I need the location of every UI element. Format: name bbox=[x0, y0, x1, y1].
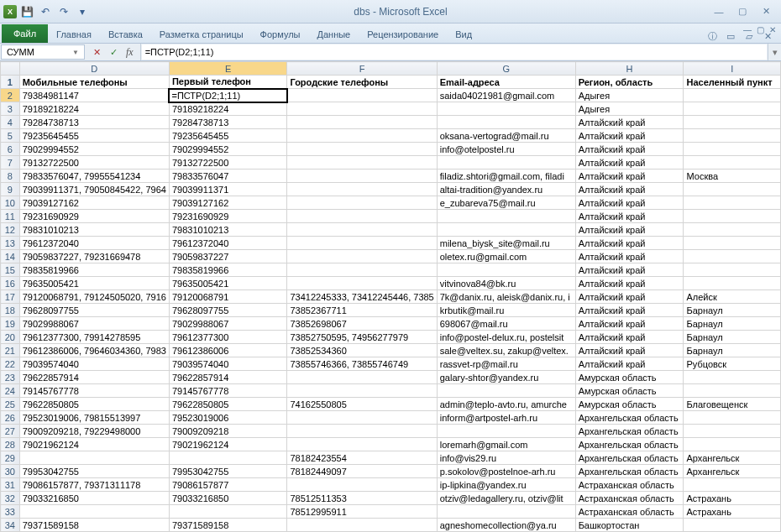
column-header[interactable]: I bbox=[684, 62, 781, 76]
cell[interactable]: Email-адреса bbox=[437, 76, 575, 89]
cell[interactable] bbox=[437, 425, 575, 438]
cell[interactable]: 79231690929 bbox=[169, 210, 287, 223]
cell[interactable]: 79523019006 bbox=[169, 411, 287, 425]
cell[interactable]: 79039127162 bbox=[19, 196, 169, 210]
row-header[interactable]: 30 bbox=[1, 465, 20, 478]
row-header[interactable]: 20 bbox=[1, 331, 20, 344]
cell[interactable]: loremarh@gmail.com bbox=[437, 438, 575, 451]
row-header[interactable]: 16 bbox=[1, 277, 20, 290]
cell[interactable]: Барнаул bbox=[684, 304, 781, 317]
cell[interactable]: Барнаул bbox=[684, 317, 781, 331]
cell[interactable]: Алтайский край bbox=[575, 223, 684, 237]
cell[interactable]: 7k@danix.ru, aleisk@danix.ru, i bbox=[437, 290, 575, 304]
cell[interactable]: milena_biysk_site@mail.ru bbox=[437, 237, 575, 250]
cell[interactable]: saida04021981@gmail.com bbox=[437, 89, 575, 102]
cell[interactable] bbox=[437, 116, 575, 129]
row-header[interactable]: 5 bbox=[1, 129, 20, 143]
cell[interactable] bbox=[287, 478, 437, 492]
cell[interactable] bbox=[437, 102, 575, 116]
accept-edit-icon[interactable]: ✓ bbox=[106, 47, 121, 58]
cell[interactable]: 79284738713 bbox=[169, 116, 287, 129]
cell[interactable]: info@postel-delux.ru, postelsit bbox=[437, 331, 575, 344]
cell[interactable] bbox=[684, 250, 781, 263]
cell[interactable]: Адыгея bbox=[575, 102, 684, 116]
cell[interactable]: 79635005421 bbox=[19, 277, 169, 290]
cell[interactable] bbox=[684, 237, 781, 250]
column-header[interactable]: E bbox=[169, 62, 287, 76]
workbook-minimize-icon[interactable]: — bbox=[743, 25, 752, 34]
cell[interactable] bbox=[684, 210, 781, 223]
cell[interactable]: 79831010213 bbox=[169, 223, 287, 237]
cell[interactable]: 79284738713 bbox=[19, 116, 169, 129]
cell[interactable] bbox=[684, 277, 781, 290]
cell[interactable] bbox=[287, 196, 437, 210]
cell[interactable]: 79622850805 bbox=[19, 398, 169, 411]
row-header[interactable]: 18 bbox=[1, 304, 20, 317]
cell[interactable] bbox=[19, 451, 169, 465]
cell[interactable]: Башкортостан bbox=[575, 519, 684, 532]
column-header[interactable]: H bbox=[575, 62, 684, 76]
cell[interactable]: 79021962124 bbox=[169, 438, 287, 451]
name-box[interactable]: СУММ ▼ bbox=[1, 44, 85, 60]
row-header[interactable]: 3 bbox=[1, 102, 20, 116]
cell[interactable]: =ПСТР(D2;1;11) bbox=[169, 89, 287, 102]
cell[interactable] bbox=[287, 371, 437, 384]
cell[interactable] bbox=[287, 223, 437, 237]
cell[interactable]: Алтайский край bbox=[575, 344, 684, 357]
cell[interactable]: 79132722500 bbox=[169, 156, 287, 170]
cell[interactable]: info@vis29.ru bbox=[437, 451, 575, 465]
qat-dropdown-icon[interactable]: ▾ bbox=[74, 3, 91, 20]
cell[interactable]: 79120068791 bbox=[169, 290, 287, 304]
cell[interactable]: 79033216850 bbox=[169, 492, 287, 505]
cell[interactable] bbox=[684, 196, 781, 210]
cell[interactable]: 79029994552 bbox=[169, 143, 287, 156]
cell[interactable]: Астраханская область bbox=[575, 478, 684, 492]
cell[interactable]: galary-shtor@yandex.ru bbox=[437, 371, 575, 384]
cell[interactable]: Алтайский край bbox=[575, 170, 684, 183]
cell[interactable]: 79235645455 bbox=[169, 129, 287, 143]
cell[interactable]: Амурская область bbox=[575, 398, 684, 411]
cell[interactable] bbox=[437, 156, 575, 170]
cell[interactable]: 79953042755 bbox=[19, 465, 169, 478]
cell[interactable]: krbutik@mail.ru bbox=[437, 304, 575, 317]
cell[interactable] bbox=[287, 156, 437, 170]
formula-bar-expand-icon[interactable]: ▾ bbox=[768, 44, 781, 60]
cell[interactable]: 79953042755 bbox=[169, 465, 287, 478]
cell[interactable]: 79145767778 bbox=[19, 384, 169, 398]
cell[interactable]: Архангельская область bbox=[575, 465, 684, 478]
cell[interactable]: Адыгея bbox=[575, 89, 684, 102]
cell[interactable]: rassvet-rp@mail.ru bbox=[437, 357, 575, 371]
cell[interactable]: 78182423554 bbox=[287, 451, 437, 465]
cell[interactable] bbox=[287, 519, 437, 532]
cell[interactable] bbox=[684, 89, 781, 102]
row-header[interactable]: 15 bbox=[1, 263, 20, 277]
cell[interactable]: 79189218224 bbox=[169, 102, 287, 116]
cell[interactable] bbox=[287, 183, 437, 196]
cell[interactable]: vitvinova84@bk.ru bbox=[437, 277, 575, 290]
ribbon-tab[interactable]: Разметка страницы bbox=[151, 26, 252, 43]
cell[interactable]: 79033216850 bbox=[19, 492, 169, 505]
cell[interactable]: Алтайский край bbox=[575, 116, 684, 129]
column-header[interactable]: D bbox=[19, 62, 169, 76]
cell[interactable] bbox=[169, 505, 287, 519]
cell[interactable]: Архангельская область bbox=[575, 411, 684, 425]
cell[interactable]: 79145767778 bbox=[169, 384, 287, 398]
spreadsheet-grid[interactable]: DEFGHI1Мобильные телефоныПервый телефонГ… bbox=[0, 61, 781, 532]
cell[interactable]: 79831010213 bbox=[19, 223, 169, 237]
workbook-close-icon[interactable]: ✕ bbox=[769, 25, 776, 34]
cell[interactable] bbox=[287, 102, 437, 116]
cell[interactable]: 78182449097 bbox=[287, 465, 437, 478]
cell[interactable]: Алтайский край bbox=[575, 304, 684, 317]
cell[interactable]: 78512995911 bbox=[287, 505, 437, 519]
cell[interactable]: 79086157877 bbox=[169, 478, 287, 492]
cell[interactable]: 79628097755 bbox=[19, 304, 169, 317]
cell[interactable]: 79635005421 bbox=[169, 277, 287, 290]
cell[interactable] bbox=[684, 102, 781, 116]
cell[interactable] bbox=[437, 384, 575, 398]
file-tab[interactable]: Файл bbox=[2, 24, 48, 43]
cell[interactable]: otziv@ledagallery.ru, otziv@lit bbox=[437, 492, 575, 505]
cell[interactable]: e_zubareva75@mail.ru bbox=[437, 196, 575, 210]
cell[interactable] bbox=[437, 210, 575, 223]
row-header[interactable]: 10 bbox=[1, 196, 20, 210]
row-header[interactable]: 25 bbox=[1, 398, 20, 411]
